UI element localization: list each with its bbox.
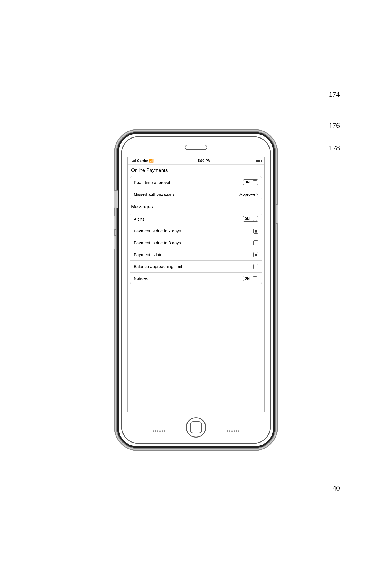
signal-bars bbox=[131, 159, 136, 162]
notices-toggle-on-text: ON bbox=[245, 276, 250, 280]
dock-dot bbox=[236, 430, 237, 432]
balance-limit-label: Balance approaching limit bbox=[134, 264, 182, 269]
missed-authorizations-row[interactable]: Missed authorizations Approve > bbox=[130, 188, 262, 200]
phone-inner: Carrier 📶 5:00 PM Online Payments bbox=[121, 136, 271, 444]
signal-bar-5 bbox=[135, 159, 136, 162]
battery-fill bbox=[256, 160, 260, 162]
real-time-approval-row: Real–time approval ON bbox=[130, 176, 262, 188]
notices-row: Notices ON bbox=[130, 272, 262, 284]
payment-due-7-label: Payment is due in 7 days bbox=[134, 229, 181, 233]
volume-down-button[interactable] bbox=[114, 235, 117, 249]
signal-bar-1 bbox=[131, 161, 131, 162]
dock-dot bbox=[229, 430, 230, 432]
wifi-icon: 📶 bbox=[149, 159, 154, 163]
notices-toggle-knob bbox=[253, 276, 257, 280]
online-payments-card: Real–time approval ON Missed authorizati… bbox=[130, 176, 262, 200]
alerts-toggle[interactable]: ON bbox=[243, 216, 258, 222]
battery-nub bbox=[261, 160, 262, 162]
messages-card: Alerts ON Payment is due in 7 days ▣ bbox=[130, 213, 262, 284]
speaker-slot bbox=[185, 145, 207, 150]
phone-device: Carrier 📶 5:00 PM Online Payments bbox=[117, 132, 275, 448]
annotation-178: 178 bbox=[329, 144, 340, 152]
dock-dot bbox=[238, 430, 239, 432]
dock-dot bbox=[231, 430, 233, 432]
alerts-toggle-knob bbox=[253, 217, 257, 221]
alerts-toggle-on-text: ON bbox=[245, 217, 250, 221]
missed-authorizations-label: Missed authorizations bbox=[134, 192, 175, 197]
signal-bar-4 bbox=[134, 160, 135, 162]
dock-dot bbox=[227, 430, 228, 432]
status-left: Carrier 📶 bbox=[131, 159, 154, 163]
check-mark-late-icon: ▣ bbox=[254, 253, 257, 257]
balance-limit-checkbox[interactable] bbox=[253, 264, 258, 269]
payment-due-7-row[interactable]: Payment is due in 7 days ▣ bbox=[130, 225, 262, 237]
payment-due-3-row[interactable]: Payment is due in 3 days bbox=[130, 237, 262, 249]
payment-due-7-checkbox[interactable]: ▣ bbox=[253, 229, 258, 234]
alerts-label: Alerts bbox=[134, 217, 144, 221]
check-mark-icon: ▣ bbox=[254, 229, 257, 233]
payment-due-3-checkbox[interactable] bbox=[253, 240, 258, 245]
screen-content: Online Payments Real–time approval ON bbox=[128, 165, 264, 412]
balance-limit-row[interactable]: Balance approaching limit bbox=[130, 260, 262, 272]
approve-chevron: > bbox=[256, 192, 258, 197]
alerts-row: Alerts ON bbox=[130, 213, 262, 225]
phone-screen: Carrier 📶 5:00 PM Online Payments bbox=[127, 157, 265, 412]
battery-icon bbox=[255, 159, 261, 162]
annotation-174: 174 bbox=[329, 90, 340, 99]
real-time-approval-toggle[interactable]: ON bbox=[243, 179, 258, 185]
dock-dot bbox=[164, 430, 165, 432]
messages-title: Messages bbox=[128, 201, 264, 212]
dock-dot bbox=[155, 430, 156, 432]
toggle-knob bbox=[253, 180, 257, 184]
status-bar: Carrier 📶 5:00 PM bbox=[128, 157, 264, 165]
home-button[interactable] bbox=[186, 417, 206, 438]
payment-late-checkbox[interactable]: ▣ bbox=[253, 252, 258, 257]
annotation-40: 40 bbox=[332, 484, 340, 493]
payment-late-label: Payment is late bbox=[134, 252, 163, 257]
notices-toggle[interactable]: ON bbox=[243, 276, 258, 281]
dock-dot bbox=[153, 430, 154, 432]
annotation-176: 176 bbox=[329, 121, 340, 130]
dock-dot bbox=[159, 430, 161, 432]
page-container: Carrier 📶 5:00 PM Online Payments bbox=[0, 0, 392, 580]
volume-up-button[interactable] bbox=[114, 216, 117, 230]
payment-due-3-label: Payment is due in 3 days bbox=[134, 240, 181, 245]
carrier-label: Carrier bbox=[137, 159, 148, 163]
power-button[interactable] bbox=[275, 204, 278, 224]
signal-bar-3 bbox=[133, 160, 134, 162]
dock-dots-right bbox=[227, 430, 239, 432]
toggle-on-text: ON bbox=[245, 180, 250, 184]
dock-dot bbox=[157, 430, 158, 432]
real-time-approval-label: Real–time approval bbox=[134, 180, 170, 185]
online-payments-title: Online Payments bbox=[128, 165, 264, 175]
signal-bar-2 bbox=[132, 161, 133, 162]
notices-label: Notices bbox=[134, 276, 148, 281]
time-display: 5:00 PM bbox=[198, 159, 211, 163]
payment-late-row[interactable]: Payment is late ▣ bbox=[130, 249, 262, 260]
dock-dot bbox=[162, 430, 163, 432]
approve-link[interactable]: Approve > bbox=[239, 192, 258, 197]
approve-text: Approve bbox=[239, 192, 255, 197]
bottom-dock bbox=[122, 430, 270, 432]
dock-dot bbox=[234, 430, 235, 432]
dock-dots-left bbox=[153, 430, 165, 432]
